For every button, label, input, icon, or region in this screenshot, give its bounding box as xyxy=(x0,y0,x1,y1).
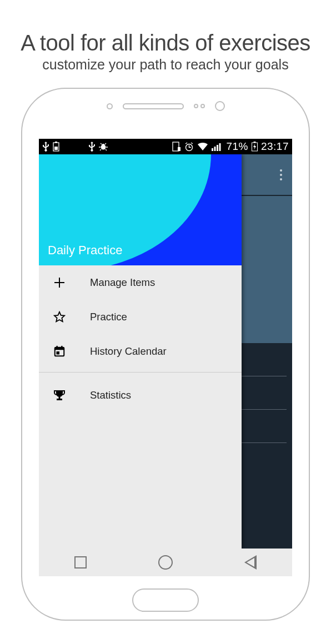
promo-subhead: customize your path to reach your goals xyxy=(0,57,331,73)
drawer-item-label: Manage Items xyxy=(90,276,155,289)
svg-rect-6 xyxy=(178,147,180,151)
android-statusbar: 71% 23:17 xyxy=(39,139,292,154)
device-home-button xyxy=(132,588,199,612)
svg-rect-15 xyxy=(55,348,64,350)
navigation-drawer: Daily Practice Manage Items Practice xyxy=(39,154,242,549)
drawer-item-manage-items[interactable]: Manage Items xyxy=(39,265,242,300)
svg-rect-19 xyxy=(59,396,61,399)
nav-recent-button[interactable] xyxy=(74,556,87,568)
plus-icon xyxy=(52,277,67,288)
svg-rect-4 xyxy=(102,144,105,145)
battery-icon xyxy=(53,142,59,152)
android-navbar xyxy=(39,549,292,576)
svg-rect-10 xyxy=(217,145,218,151)
promo-headline: A tool for all kinds of exercises xyxy=(0,31,331,56)
svg-rect-1 xyxy=(55,142,57,143)
device-sensors xyxy=(22,101,309,111)
trophy-icon xyxy=(52,389,67,402)
svg-rect-9 xyxy=(214,147,216,151)
drawer-item-label: Practice xyxy=(90,311,127,323)
battery-percent: 71% xyxy=(226,140,248,153)
star-icon xyxy=(52,311,67,323)
svg-rect-11 xyxy=(219,143,221,151)
signal-icon xyxy=(212,142,223,151)
drawer-item-label: Statistics xyxy=(90,389,131,401)
drawer-item-label: History Calendar xyxy=(90,345,167,358)
drawer-item-practice[interactable]: Practice xyxy=(39,300,242,334)
drawer-title: Daily Practice xyxy=(48,243,122,258)
drawer-item-statistics[interactable]: Statistics xyxy=(39,378,242,412)
svg-rect-8 xyxy=(212,148,213,151)
drawer-item-history-calendar[interactable]: History Calendar xyxy=(39,334,242,369)
svg-rect-2 xyxy=(54,147,58,150)
drawer-separator xyxy=(39,372,242,373)
svg-rect-13 xyxy=(253,142,255,143)
svg-rect-18 xyxy=(61,346,62,349)
drawer-list: Manage Items Practice History Calendar xyxy=(39,265,242,549)
overflow-menu-icon[interactable] xyxy=(280,169,282,180)
nav-home-button[interactable] xyxy=(158,555,173,570)
nav-back-button[interactable] xyxy=(244,555,257,570)
screen-icon xyxy=(172,142,181,152)
debug-icon xyxy=(99,142,108,151)
wifi-icon xyxy=(197,142,208,151)
calendar-icon xyxy=(52,345,67,358)
battery-charging-icon xyxy=(252,142,258,152)
usb-icon-2 xyxy=(88,142,96,152)
svg-rect-16 xyxy=(57,351,60,355)
device-frame: 71% 23:17 Daily Practice xyxy=(21,88,310,621)
svg-rect-20 xyxy=(57,399,62,400)
device-screen: 71% 23:17 Daily Practice xyxy=(39,139,292,576)
alarm-icon xyxy=(184,142,194,152)
drawer-header: Daily Practice xyxy=(39,154,242,265)
svg-rect-17 xyxy=(57,346,58,349)
usb-icon xyxy=(42,142,49,152)
clock-time: 23:17 xyxy=(261,140,289,153)
